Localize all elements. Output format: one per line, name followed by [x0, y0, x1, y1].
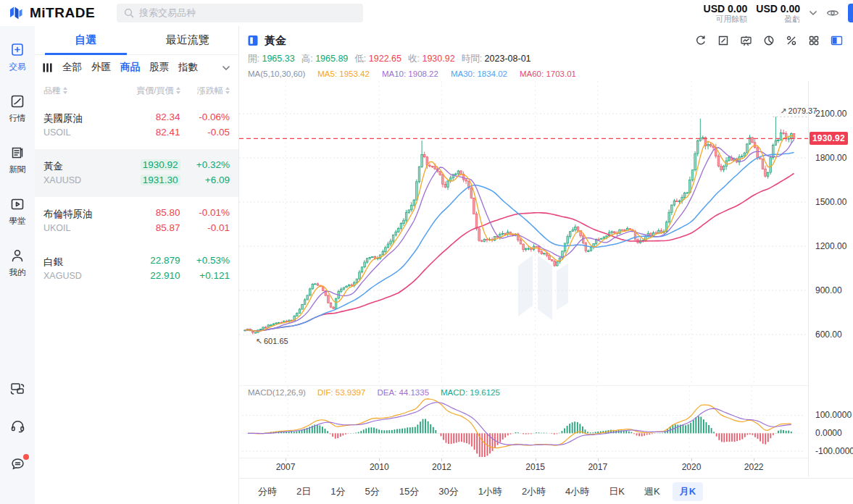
- timeframe-週K[interactable]: 週K: [637, 482, 667, 501]
- timeframe-2小時[interactable]: 2小時: [515, 482, 553, 501]
- filters-expand-chevron-icon[interactable]: [222, 62, 230, 73]
- timeframe-分時[interactable]: 分時: [251, 482, 284, 501]
- instrument-name: 黃金: [43, 159, 117, 174]
- instrument-name: 美國原油: [43, 112, 117, 126]
- ma60-value: 1703.01: [546, 70, 576, 78]
- col-change: 漲跌幅: [197, 85, 223, 97]
- sidebar-item-markets[interactable]: 行情: [9, 93, 26, 124]
- devices-button[interactable]: [9, 381, 26, 400]
- deposit-button-partial[interactable]: [848, 4, 853, 22]
- tab-recent[interactable]: 最近流覽: [137, 26, 239, 54]
- indicator-pie-icon[interactable]: [763, 35, 775, 46]
- column-list-icon[interactable]: [43, 63, 53, 72]
- tab-favorites[interactable]: 自選: [35, 26, 137, 54]
- watchlist-tabs: 自選 最近流覽: [35, 26, 238, 55]
- candlestick-chart[interactable]: [239, 81, 808, 385]
- time-tick-mark: [379, 458, 380, 461]
- news-icon: [9, 145, 25, 162]
- available-balance: USD 0.00 可用餘額: [704, 3, 748, 24]
- filter-全部[interactable]: 全部: [62, 61, 82, 74]
- headset-button[interactable]: [9, 419, 26, 437]
- timeframe-4小時[interactable]: 4小時: [558, 482, 596, 501]
- time-tick-mark: [691, 458, 692, 461]
- chart-board-icon[interactable]: [740, 35, 752, 46]
- sort-icon[interactable]: [63, 87, 67, 94]
- timeframe-5分[interactable]: 5分: [357, 482, 386, 501]
- mitrade-logo[interactable]: MiTRADE: [7, 4, 95, 22]
- watchlist-filters: 全部外匯商品股票指數: [35, 55, 238, 80]
- time-tick: 2022: [739, 462, 768, 472]
- instrument-name: 白銀: [43, 255, 117, 269]
- timeframe-日K[interactable]: 日K: [602, 482, 632, 501]
- eye-icon[interactable]: [826, 9, 839, 17]
- devices-icon: [9, 387, 26, 399]
- profit-loss-label: 盈虧: [756, 14, 800, 24]
- profit-loss-value: USD 0.00: [756, 3, 800, 14]
- ohlc-open: 1965.33: [262, 54, 294, 64]
- time-tick: 2012: [427, 462, 456, 472]
- time-axis[interactable]: 2007201020122015201720202022: [239, 458, 808, 476]
- trade-icon: [9, 42, 25, 59]
- chevron-down-icon[interactable]: [809, 10, 817, 16]
- time-tick: 2007: [271, 462, 300, 472]
- macd-readout: MACD(12,26,9) DIF: 53.9397 DEA: 44.1335 …: [248, 388, 500, 397]
- topbar: MiTRADE 搜索交易品种 USD 0.00 可用餘額 USD 0.00 盈虧: [0, 0, 853, 26]
- logo-text: MiTRADE: [30, 5, 95, 21]
- percent-icon[interactable]: [786, 35, 797, 46]
- chart-toolbar: [695, 35, 843, 46]
- available-balance-value: USD 0.00: [704, 3, 748, 14]
- time-tick: 2015: [521, 462, 550, 472]
- ma-group-label: MA(5,10,30,60): [248, 70, 305, 78]
- sell-price: 1930.92: [117, 158, 180, 173]
- chat-button[interactable]: [9, 456, 26, 475]
- search-input[interactable]: 搜索交易品种: [117, 4, 363, 22]
- price-tick: 600.00: [815, 329, 842, 340]
- mitrade-logo-icon: [7, 4, 25, 22]
- ma30-value: 1834.02: [477, 70, 507, 78]
- ma-readout: MA(5,10,30,60) MA5: 1953.42 MA10: 1908.2…: [239, 67, 853, 81]
- time-tick-mark: [598, 458, 599, 461]
- timeframe-月K[interactable]: 月K: [673, 482, 703, 501]
- timeframe-1分[interactable]: 1分: [323, 482, 352, 501]
- timeframe-1小時[interactable]: 1小時: [471, 482, 509, 501]
- filter-外匯[interactable]: 外匯: [91, 61, 111, 74]
- watchlist-row-USOIL[interactable]: 美國原油USOIL82.3482.41-0.06%-0.05: [35, 101, 238, 149]
- timeframe-15分[interactable]: 15分: [392, 482, 426, 501]
- sidebar-item-academy[interactable]: 學堂: [9, 196, 26, 227]
- ohlc-low: 1922.65: [369, 54, 401, 64]
- time-tick: 2017: [583, 462, 612, 472]
- watchlist-panel: 自選 最近流覽 全部外匯商品股票指數 品種 賣價/買價 漲跌幅 美國原油USOI…: [35, 26, 239, 504]
- chart-canvas[interactable]: MACD(12,26,9) DIF: 53.9397 DEA: 44.1335 …: [239, 81, 853, 478]
- timeframe-bar: 分時2日1分5分15分30分1小時2小時4小時日K週K月K: [239, 478, 853, 504]
- price-axis[interactable]: 2100.001800.001500.001200.00900.00600.00…: [808, 81, 853, 476]
- instrument-name: 布倫特原油: [43, 207, 117, 222]
- filter-商品[interactable]: 商品: [120, 61, 140, 74]
- ohlc-high: 1965.89: [315, 54, 348, 64]
- price-tick: 1200.00: [815, 241, 846, 251]
- price-tick: 1800.00: [815, 153, 846, 163]
- sidebar-item-trade[interactable]: 交易: [9, 42, 26, 72]
- watchlist-row-XAGUSD[interactable]: 白銀XAGUSD22.87922.910+0.53%+0.121: [35, 245, 238, 293]
- change-percent: +0.32%: [180, 158, 230, 173]
- layout-grid-icon[interactable]: [808, 35, 820, 46]
- sort-icon[interactable]: [225, 87, 230, 94]
- timeframe-30分[interactable]: 30分: [431, 482, 465, 501]
- watchlist-row-XAUUSD[interactable]: 黃金XAUUSD1930.921931.30+0.32%+6.09: [35, 149, 238, 197]
- filter-指數[interactable]: 指數: [178, 61, 198, 74]
- panel-toggle-icon[interactable]: [831, 35, 843, 46]
- change-value: -0.05: [180, 125, 230, 140]
- sidebar-item-news[interactable]: 新聞: [9, 145, 26, 175]
- chart-title: 黃金: [265, 34, 286, 48]
- search-placeholder: 搜索交易品种: [139, 7, 196, 20]
- watchlist-row-UKOIL[interactable]: 布倫特原油UKOIL85.8085.87-0.01%-0.01: [35, 197, 238, 245]
- change-value: -0.01: [180, 221, 230, 236]
- timeframe-2日[interactable]: 2日: [289, 482, 318, 501]
- sell-price: 22.879: [117, 253, 180, 269]
- filter-股票[interactable]: 股票: [149, 61, 169, 74]
- drawing-tools-icon[interactable]: [717, 35, 729, 46]
- sidebar-item-profile[interactable]: 我的: [9, 248, 26, 278]
- ohlc-time: 2023-08-01: [485, 54, 531, 64]
- ma5-value: 1953.42: [339, 70, 370, 78]
- sell-price: 85.80: [117, 206, 180, 221]
- refresh-icon[interactable]: [695, 35, 707, 46]
